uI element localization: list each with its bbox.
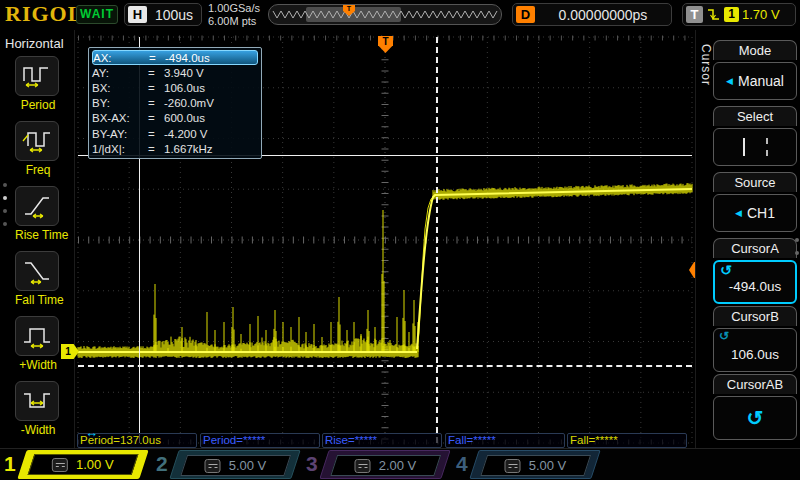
dc-coupling-icon	[355, 459, 371, 473]
neg-width-icon	[21, 387, 53, 415]
rise-time-icon	[21, 192, 53, 220]
cursor-b-horizontal-line[interactable]	[78, 365, 692, 367]
sample-rate: 1.00GSa/s	[208, 2, 260, 15]
cursor-b-group: CursorB ↺ 106.0us	[713, 306, 797, 372]
channel-2-button[interactable]: 2 5.00 V	[152, 449, 300, 480]
cursor-ab-group: CursorAB ↺	[713, 374, 797, 440]
cursor-info-row-by: BY:=-260.0mV	[92, 96, 258, 111]
trigger-readout: T 1 1.70 V	[682, 3, 796, 26]
channel-4-body: 5.00 V	[469, 450, 600, 479]
sample-rate-readout: 1.00GSa/s 6.00M pts	[208, 2, 260, 28]
timebase-value: 100us	[147, 7, 201, 23]
cursor-info-row-byay: BY-AY:=-4.200 V	[92, 126, 258, 141]
delay-readout: D 0.00000000ps	[512, 3, 672, 26]
left-arrow-icon: ◀	[735, 208, 742, 218]
falling-edge-icon	[706, 7, 721, 23]
period-icon	[21, 62, 53, 90]
horizontal-h-icon: H	[128, 6, 147, 23]
cursor-ab-label: CursorAB	[713, 374, 797, 394]
menu-page-dot	[795, 251, 799, 255]
cursor-info-row-ay: AY:=3.940 V	[92, 65, 258, 80]
channel-2-body: 5.00 V	[169, 450, 300, 479]
mode-group: Mode ◀ Manual	[713, 40, 797, 100]
cursor-info-row-freq: 1/|dX|:=1.667kHz	[92, 141, 258, 156]
menu-page-dot	[795, 238, 799, 242]
dc-coupling-icon	[205, 459, 221, 473]
menu-page-dot	[3, 183, 7, 187]
fall-time-icon	[21, 257, 53, 285]
measure-item-pos-width[interactable]: +Width	[15, 316, 61, 372]
cursor-measurement-box: AX:=-494.0us AY:=3.940 V BX:=106.0us BY:…	[88, 47, 262, 159]
top-status-bar: RIGOL WAIT H 100us 1.00GSa/s 6.00M pts T…	[0, 0, 800, 30]
channel-1-button[interactable]: 1 1.00 V	[0, 449, 150, 480]
channel-1-body: 1.00 V	[17, 450, 148, 479]
delay-d-icon: D	[516, 6, 535, 23]
cursor-a-button[interactable]: ↺ -494.0us	[713, 260, 797, 304]
trigger-t-icon: T	[686, 6, 703, 23]
left-arrow-icon: ◀	[726, 76, 733, 86]
rigol-logo: RIGOL	[5, 1, 83, 27]
freq-icon	[21, 127, 53, 155]
trigger-level-value: 1.70 V	[742, 7, 780, 22]
measure-slot-4[interactable]: Fall=*****	[445, 433, 565, 448]
h-expand-icon: ↔	[85, 425, 98, 440]
menu-page-dot	[3, 209, 7, 213]
pos-width-icon	[21, 322, 53, 350]
memory-depth: 6.00M pts	[208, 15, 260, 28]
cursor-info-row-bx: BX:=106.0us	[92, 80, 258, 95]
rotate-knob-icon: ↺	[720, 262, 732, 278]
select-label: Select	[713, 106, 797, 126]
select-button[interactable]	[713, 128, 797, 166]
source-group: Source ◀ CH1	[713, 172, 797, 232]
cursor-menu-tab: Cursor	[699, 44, 713, 86]
measure-slot-3[interactable]: Rise=*****	[322, 433, 442, 448]
memory-position-bar: T	[268, 4, 502, 25]
cursor-b-button[interactable]: ↺ 106.0us	[713, 328, 797, 372]
channel-status-bar: 1 1.00 V 2 5.00 V 3 2.00	[0, 448, 800, 480]
select-group: Select	[713, 106, 797, 166]
source-button[interactable]: ◀ CH1	[713, 194, 797, 232]
waveform-display: T T 1 AX:=-494.0us AY:=3.940 V BX:=106.0…	[75, 33, 695, 448]
measure-item-fall-time[interactable]: Fall Time	[15, 251, 61, 307]
measure-item-rise-time[interactable]: Rise Time	[15, 186, 61, 242]
trigger-source-badge: 1	[724, 7, 739, 22]
memory-trigger-marker: T	[347, 5, 352, 12]
measure-item-neg-width[interactable]: -Width	[15, 381, 61, 437]
horizontal-measure-menu: Horizontal Period Freq Rise Time	[0, 30, 75, 448]
measure-item-period[interactable]: Period	[15, 56, 61, 112]
cursor-ab-button[interactable]: ↺	[713, 396, 797, 440]
delay-value: 0.00000000ps	[535, 7, 671, 23]
acquisition-status-badge: WAIT	[76, 5, 118, 24]
measure-slot-2[interactable]: Period=*****	[200, 433, 320, 448]
channel-3-body: 2.00 V	[319, 450, 450, 479]
cursor-info-row-bxax: BX-AX:=600.0us	[92, 111, 258, 126]
measure-item-freq[interactable]: Freq	[15, 121, 61, 177]
memory-waveform-icon: T	[269, 5, 503, 26]
cursor-info-row-ax: AX:=-494.0us	[92, 50, 258, 65]
cursor-b-label: CursorB	[713, 306, 797, 326]
rotate-knob-icon: ↺	[719, 329, 729, 343]
cursor-b-vertical-line[interactable]	[436, 37, 438, 443]
dc-coupling-icon	[505, 459, 521, 473]
oscilloscope-screen: RIGOL WAIT H 100us 1.00GSa/s 6.00M pts T…	[0, 0, 800, 480]
menu-page-dot	[3, 222, 7, 226]
source-label: Source	[713, 172, 797, 192]
left-menu-title: Horizontal	[5, 36, 64, 51]
dc-coupling-icon	[52, 458, 68, 472]
menu-page-dot-active	[3, 196, 7, 200]
rotate-knob-icon: ↺	[747, 406, 764, 430]
measure-slot-5[interactable]: Fall=*****	[567, 433, 687, 448]
channel-3-button[interactable]: 3 2.00 V	[302, 449, 450, 480]
cursor-menu: Cursor Mode ◀ Manual Select Source ◀ CH1…	[695, 30, 800, 448]
cursor-a-glyph-icon	[743, 138, 745, 156]
mode-button[interactable]: ◀ Manual	[713, 62, 797, 100]
cursor-b-glyph-icon	[766, 138, 768, 156]
cursor-a-group: CursorA ↺ -494.0us	[713, 238, 797, 304]
channel-4-button[interactable]: 4 5.00 V	[452, 449, 600, 480]
mode-label: Mode	[713, 40, 797, 60]
ch1-waveform-trace	[78, 183, 692, 358]
cursor-a-label: CursorA	[713, 238, 797, 258]
horizontal-timebase-readout: H 100us	[124, 3, 202, 26]
